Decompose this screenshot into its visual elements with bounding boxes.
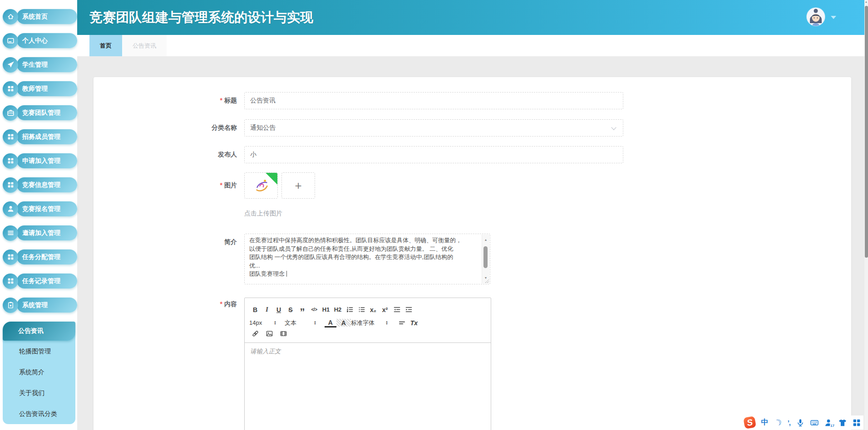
form-card: *标题 分类名称 通知公告 发布人 *图片 [94, 77, 851, 430]
sogou-logo-icon[interactable]: S [743, 416, 756, 429]
textarea-scrollbar[interactable]: ▲ ▼ [482, 235, 489, 283]
indent-button[interactable] [403, 305, 414, 314]
sidebar-item-label: 系统首页 [17, 9, 77, 24]
required-asterisk: * [220, 97, 222, 104]
ordered-list-button[interactable] [344, 305, 355, 314]
video-button[interactable] [277, 329, 289, 338]
chinese-mode-icon[interactable]: 中 [761, 418, 769, 427]
image-label: 图片 [224, 181, 237, 189]
sidebar-item-label: 系统管理 [17, 298, 77, 313]
sidebar-item[interactable]: 系统首页 [3, 9, 77, 24]
sidebar-item[interactable]: 竞赛信息管理 [3, 177, 77, 192]
image-button[interactable] [263, 329, 275, 338]
link-button[interactable] [249, 329, 261, 338]
sidebar-item[interactable]: 招募成员管理 [3, 129, 77, 144]
skin-icon[interactable] [838, 419, 847, 427]
plus-icon: + [295, 179, 301, 193]
sidebar-item[interactable]: 竞赛报名管理 [3, 201, 77, 216]
outdent-button[interactable] [391, 305, 403, 314]
sidebar-item[interactable]: 个人中心 [3, 33, 77, 48]
category-select-value: 通知公告 [250, 124, 276, 132]
chevron-down-icon[interactable] [831, 16, 836, 19]
superscript-button[interactable]: x² [379, 305, 391, 314]
subscript-button[interactable]: x₂ [367, 305, 379, 314]
align-button[interactable] [396, 318, 408, 327]
toolbox-icon[interactable] [853, 419, 861, 427]
grid-icon [3, 249, 18, 265]
user-icon [3, 201, 18, 217]
editor-content[interactable]: 请输入正文 [245, 343, 491, 430]
keyboard-icon[interactable] [810, 419, 819, 427]
add-image-button[interactable]: + [281, 172, 315, 199]
upload-hint: 点击上传图片 [244, 210, 282, 218]
mic-icon[interactable] [796, 419, 804, 427]
uploaded-image-thumbnail[interactable] [244, 172, 278, 199]
sidebar-item[interactable]: 学生管理 [3, 57, 77, 72]
sidebar-item[interactable]: 系统管理 [3, 298, 77, 313]
header-2-button[interactable]: H2 [332, 305, 344, 314]
title-input[interactable] [244, 92, 623, 109]
grid-icon [3, 274, 18, 289]
bullet-list-button[interactable] [355, 305, 367, 314]
header-1-button[interactable]: H1 [320, 305, 332, 314]
background-color-button[interactable]: A [336, 319, 351, 327]
sidebar-subitem[interactable]: 系统简介 [3, 362, 75, 382]
grid-icon [3, 129, 18, 145]
sidebar-item[interactable]: 竞赛团队管理 [3, 105, 77, 120]
scrollbar-thumb[interactable] [483, 246, 488, 268]
sidebar-subitem[interactable]: 轮播图管理 [3, 341, 75, 362]
sidebar-item-label: 教师管理 [17, 81, 77, 96]
paragraph-select[interactable]: 文本▲▼ [285, 319, 323, 327]
intro-textarea[interactable]: 在竞赛过程中保持高度的热情和积极性。团队目标应该是具体、明确、可衡量的， 以便于… [244, 234, 490, 284]
tab-首页[interactable]: 首页 [89, 35, 122, 56]
sidebar: 系统首页个人中心学生管理教师管理竞赛团队管理招募成员管理申请加入管理竞赛信息管理… [0, 0, 77, 430]
clean-format-button[interactable]: Tx [408, 318, 420, 327]
sidebar-item[interactable]: 教师管理 [3, 81, 77, 96]
user-badge: 17 [830, 424, 835, 428]
rich-text-editor: BIUS”</>H1H2x₂x²14px▲▼文本▲▼AA标准字体▲▼Tx 请输入… [244, 298, 491, 430]
italic-button[interactable]: I [261, 305, 273, 314]
page-scrollbar[interactable]: ▲ [864, 0, 868, 430]
profile-card-icon [3, 33, 18, 49]
size-select[interactable]: 14px▲▼ [249, 319, 283, 326]
avatar[interactable] [807, 8, 825, 26]
publisher-input[interactable] [244, 146, 623, 163]
sidebar-item-label: 竞赛信息管理 [17, 177, 77, 192]
sidebar-subitem[interactable]: 公告资讯分类 [3, 403, 75, 424]
sidebar-item[interactable]: 申请加入管理 [3, 153, 77, 168]
moon-icon[interactable]: ☽ [773, 416, 784, 429]
font-select[interactable]: 标准字体▲▼ [351, 319, 395, 327]
category-label: 分类名称 [212, 124, 237, 131]
sidebar-item[interactable]: 任务分配管理 [3, 249, 77, 264]
briefcase-icon [3, 105, 18, 121]
blockquote-button[interactable]: ” [296, 303, 308, 317]
sidebar-item[interactable]: 任务记录管理 [3, 274, 77, 288]
intro-label: 简介 [224, 238, 237, 245]
chevron-down-icon [611, 125, 616, 130]
bold-button[interactable]: B [249, 305, 261, 314]
user-center-icon[interactable]: 17 [824, 419, 833, 427]
text-color-button[interactable]: A [325, 319, 336, 327]
strike-button[interactable]: S [285, 305, 296, 314]
main-content: *标题 分类名称 通知公告 发布人 *图片 [77, 56, 864, 430]
sidebar-subitem-active[interactable]: 公告资讯 [3, 322, 75, 341]
grid-icon [3, 177, 18, 193]
paper-plane-icon [3, 57, 18, 73]
sidebar-subitem[interactable]: 关于我们 [3, 382, 75, 403]
sidebar-menu: 系统首页个人中心学生管理教师管理竞赛团队管理招募成员管理申请加入管理竞赛信息管理… [0, 0, 77, 313]
resize-grip[interactable] [484, 279, 489, 283]
form-row-image: *图片 + [94, 172, 851, 199]
form-row-content: *内容 BIUS”</>H1H2x₂x²14px▲▼文本▲▼AA标准字体▲▼Tx… [94, 298, 851, 430]
category-select[interactable]: 通知公告 [244, 119, 623, 137]
punctuation-icon[interactable]: ’, [788, 419, 790, 426]
required-asterisk: * [220, 300, 222, 308]
tab-公告资讯[interactable]: 公告资讯 [122, 35, 167, 56]
intro-text: 在竞赛过程中保持高度的热情和积极性。团队目标应该是具体、明确、可衡量的， 以便于… [249, 237, 462, 277]
scrollbar-thumb[interactable] [865, 6, 868, 258]
scroll-up-icon[interactable]: ▲ [482, 236, 489, 244]
code-block-button[interactable]: </> [308, 305, 320, 314]
sidebar-submenu: 公告资讯 轮播图管理系统简介关于我们公告资讯分类 [3, 322, 75, 424]
scroll-up-icon[interactable]: ▲ [864, 0, 868, 3]
sidebar-item[interactable]: 邀请加入管理 [3, 225, 77, 240]
underline-button[interactable]: U [273, 305, 285, 314]
